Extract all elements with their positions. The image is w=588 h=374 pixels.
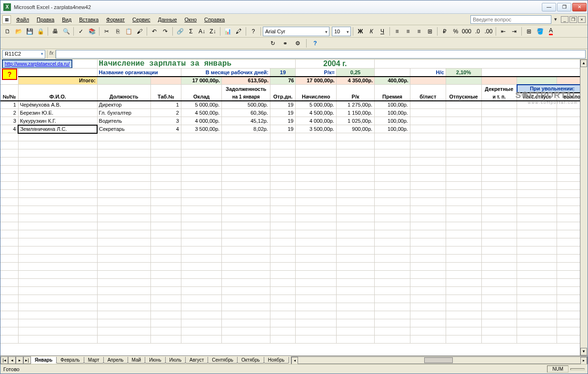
increase-decimal-icon[interactable]: .0 [472, 26, 483, 37]
scroll-left-icon[interactable]: ◂ [291, 357, 298, 364]
empty-row[interactable] [0, 206, 588, 214]
days-value[interactable]: 19 [270, 69, 296, 77]
formula-bar[interactable] [56, 50, 586, 59]
sheet-tab-Ноябрь[interactable]: Ноябрь [264, 357, 289, 364]
chart-icon[interactable]: 📊 [222, 26, 233, 37]
titlebar[interactable]: X Microsoft Excel - zarplata4new42 — ❐ ✕ [0, 0, 588, 14]
empty-row[interactable] [0, 222, 588, 230]
empty-row[interactable] [0, 238, 588, 246]
percent-icon[interactable]: % [450, 26, 461, 37]
format-painter-icon[interactable]: 🖌 [134, 26, 145, 37]
sheet-tab-Апрель[interactable]: Апрель [103, 357, 128, 364]
help-button[interactable]: ? [2, 69, 17, 80]
empty-row[interactable] [0, 149, 588, 157]
font-size-dropdown[interactable]: 10 [332, 27, 351, 36]
help-question-input[interactable] [470, 15, 551, 24]
currency-icon[interactable]: ₽ [439, 26, 450, 37]
align-center-icon[interactable]: ≡ [403, 26, 413, 37]
sheet-tab-Август[interactable]: Август [185, 357, 208, 364]
org-link[interactable]: http://www.zarplataexcel.da.ru/ [2, 59, 72, 69]
save-icon[interactable]: 💾 [24, 26, 35, 37]
spreadsheet-grid[interactable]: http://www.zarplataexcel.da.ru/ Начислен… [0, 59, 588, 344]
table-row[interactable]: 1Черёмухова А.В.Директор15 000,00р.500,0… [0, 101, 588, 109]
borders-icon[interactable]: ⊞ [524, 26, 534, 37]
menu-view[interactable]: Вид [59, 15, 75, 24]
child-close-button[interactable]: × [578, 16, 586, 23]
empty-row[interactable] [0, 271, 588, 279]
sheet-content[interactable]: S❋FTPORTAL www.softportal.com http://www… [0, 59, 588, 355]
empty-row[interactable] [0, 255, 588, 263]
empty-row[interactable] [0, 327, 588, 335]
child-restore-button[interactable]: ❐ [569, 16, 577, 23]
menu-data[interactable]: Данные [155, 15, 180, 24]
empty-row[interactable] [0, 133, 588, 141]
empty-row[interactable] [0, 295, 588, 303]
empty-row[interactable] [0, 246, 588, 255]
font-name-dropdown[interactable]: Arial Cyr [263, 27, 329, 36]
doc-icon[interactable]: ▦ [2, 15, 11, 24]
sheet-tab-Октябрь[interactable]: Октябрь [237, 357, 264, 364]
empty-row[interactable] [0, 303, 588, 311]
tab-last-icon[interactable]: ▸| [23, 356, 31, 364]
fx-icon[interactable]: fx [47, 50, 56, 59]
sheet-tab-Июнь[interactable]: Июнь [145, 357, 165, 364]
minimize-button[interactable]: — [542, 3, 556, 11]
empty-row[interactable] [0, 230, 588, 238]
spell-icon[interactable]: ✓ [76, 26, 86, 37]
autosum-icon[interactable]: Σ [186, 26, 196, 37]
table-row[interactable]: 3Кукурузкин К.Г.Водитель34 000,00р.45,12… [0, 117, 588, 125]
menu-edit[interactable]: Правка [33, 15, 58, 24]
menu-format[interactable]: Формат [103, 15, 128, 24]
merge-icon[interactable]: ⊞ [425, 26, 435, 37]
copy-icon[interactable]: ⎘ [112, 26, 123, 37]
help-dropdown-icon[interactable]: ▾ [554, 16, 557, 22]
table-row[interactable]: 2Березин Ю.Е.Гл. бухгалтер24 500,00р.60,… [0, 109, 588, 117]
empty-row[interactable] [0, 141, 588, 149]
close-button[interactable]: ✕ [572, 3, 587, 11]
scroll-thumb[interactable] [424, 357, 453, 363]
empty-row[interactable] [0, 157, 588, 166]
decrease-decimal-icon[interactable]: .00 [483, 26, 494, 37]
sheet-tab-Февраль[interactable]: Февраль [56, 357, 84, 364]
tab-prev-icon[interactable]: ◂ [8, 356, 16, 364]
preview-icon[interactable]: 🔍 [61, 26, 71, 37]
link-icon[interactable]: ⚭ [280, 38, 290, 49]
permission-icon[interactable]: 🔒 [35, 26, 46, 37]
empty-row[interactable] [0, 279, 588, 287]
open-icon[interactable]: 📂 [13, 26, 24, 37]
drawing-icon[interactable]: 🖍 [233, 26, 244, 37]
menu-help[interactable]: Справка [201, 15, 228, 24]
menu-tools[interactable]: Сервис [129, 15, 154, 24]
horizontal-scrollbar[interactable]: ◂ ▸ [291, 356, 588, 364]
child-minimize-button[interactable]: _ [561, 16, 568, 23]
comma-icon[interactable]: 000 [461, 26, 472, 37]
empty-row[interactable] [0, 190, 588, 198]
empty-row[interactable] [0, 287, 588, 295]
fill-color-icon[interactable]: 🪣 [535, 26, 545, 37]
empty-row[interactable] [0, 319, 588, 327]
font-color-icon[interactable]: A [546, 26, 556, 37]
menu-window[interactable]: Окно [181, 15, 200, 24]
empty-row[interactable] [0, 166, 588, 174]
table-row[interactable]: 4Земляничкина Л.С.Секретарь43 500,00р.8,… [0, 125, 588, 133]
scroll-up-icon[interactable]: ▲ [580, 59, 587, 67]
sheet-tab-Январь[interactable]: Январь [30, 357, 57, 364]
paste-icon[interactable]: 📋 [123, 26, 134, 37]
sheet-tab-Июль[interactable]: Июль [165, 357, 186, 364]
tab-first-icon[interactable]: |◂ [0, 356, 8, 364]
info-icon[interactable]: ? [310, 38, 320, 49]
menu-file[interactable]: Файл [13, 15, 32, 24]
maximize-button[interactable]: ❐ [557, 3, 571, 11]
menu-insert[interactable]: Вставка [76, 15, 102, 24]
indent-left-icon[interactable]: ⇤ [498, 26, 508, 37]
undo-icon[interactable]: ↶ [149, 26, 159, 37]
hyperlink-icon[interactable]: 🔗 [175, 26, 185, 37]
empty-row[interactable] [0, 335, 588, 344]
empty-row[interactable] [0, 311, 588, 319]
new-icon[interactable]: 🗋 [2, 26, 13, 37]
redo-icon[interactable]: ↷ [160, 26, 170, 37]
cut-icon[interactable]: ✂ [101, 26, 112, 37]
help-icon[interactable]: ? [248, 26, 259, 37]
print-icon[interactable]: 🖶 [50, 26, 60, 37]
vertical-scrollbar[interactable]: ▲ ▼ [580, 59, 588, 355]
